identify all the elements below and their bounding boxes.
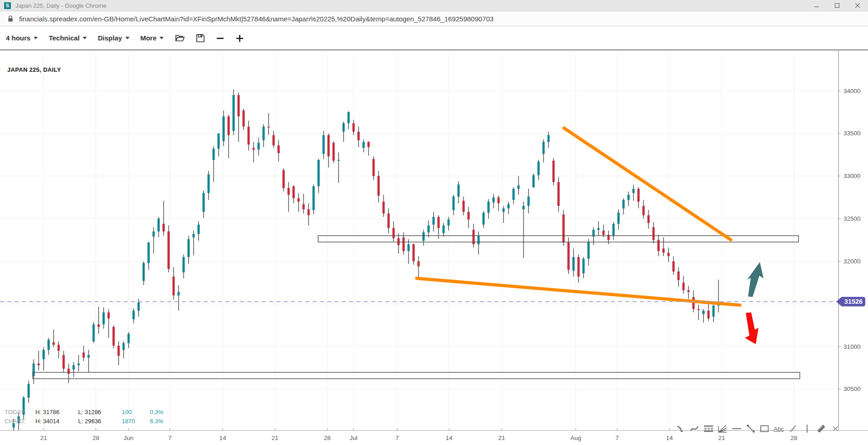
window-titlebar: S Japan 225, Daily - Google Chrome xyxy=(0,0,868,11)
maximize-icon xyxy=(835,3,840,8)
close-button[interactable] xyxy=(848,0,868,11)
trend-line-icon xyxy=(746,424,755,434)
svg-text:7: 7 xyxy=(615,435,619,441)
technical-label: Technical xyxy=(49,34,80,42)
svg-text:28: 28 xyxy=(324,435,330,441)
grid-tool[interactable] xyxy=(703,424,713,434)
ruler-icon xyxy=(816,424,826,434)
save-floppy-icon xyxy=(196,34,205,42)
chart-range: 1870 xyxy=(122,417,150,426)
svg-text:21: 21 xyxy=(40,435,47,441)
chart-label: CHART: xyxy=(5,417,35,426)
today-change-pct: 0.3% xyxy=(150,408,164,417)
today-stats-row: TODAY:H: 31786L: 312861000.3% xyxy=(5,408,164,417)
today-low: L: 31286 xyxy=(78,408,122,417)
svg-text:7: 7 xyxy=(395,435,399,441)
chart-high: H: 34014 xyxy=(35,417,78,426)
minimize-icon xyxy=(814,3,819,8)
vertical-line-tool[interactable] xyxy=(802,424,812,434)
svg-text:33500: 33500 xyxy=(843,130,861,137)
svg-text:21: 21 xyxy=(271,435,278,441)
support-zone[interactable] xyxy=(33,372,800,379)
today-change: 100 xyxy=(122,408,150,417)
price-stats: TODAY:H: 31786L: 312861000.3% CHART:H: 3… xyxy=(5,408,164,426)
ohlc-bars-layer xyxy=(13,89,720,435)
svg-text:31000: 31000 xyxy=(843,343,861,350)
svg-text:Aug: Aug xyxy=(570,435,581,441)
rectangle-icon xyxy=(760,424,769,433)
drawing-toolbar: Abc xyxy=(675,424,840,434)
grid-icon xyxy=(703,424,713,433)
minus-icon xyxy=(216,34,224,42)
window-title: Japan 225, Daily - Google Chrome xyxy=(15,2,106,9)
maximize-button[interactable] xyxy=(827,0,848,11)
pointer-tool[interactable] xyxy=(675,424,685,434)
minimize-button[interactable] xyxy=(807,0,827,11)
svg-text:33000: 33000 xyxy=(843,173,861,179)
horizontal-line-tool[interactable] xyxy=(732,424,741,434)
chart-range-pct: 6.3% xyxy=(150,417,164,426)
price-chart[interactable]: 2128Jun7142128Jul71421Aug714212834000335… xyxy=(0,0,868,445)
close-icon xyxy=(855,3,860,8)
today-high: H: 31786 xyxy=(35,408,78,417)
curve-icon xyxy=(690,424,699,433)
rectangle-tool[interactable] xyxy=(760,424,769,434)
svg-text:28: 28 xyxy=(790,435,797,441)
close-x-icon xyxy=(831,425,839,433)
text-tool-label: Abc xyxy=(773,425,783,432)
chevron-down-icon xyxy=(34,37,38,40)
save-chart-button[interactable] xyxy=(196,34,205,42)
chart-toolbar: 4 hours Technical Display More xyxy=(0,26,868,50)
svg-text:14: 14 xyxy=(666,435,673,441)
svg-text:28: 28 xyxy=(92,435,99,441)
svg-text:21: 21 xyxy=(718,435,725,441)
chevron-down-icon xyxy=(160,37,164,40)
technical-dropdown[interactable]: Technical xyxy=(49,34,87,42)
browser-window: 2128Jun7142128Jul71421Aug714212834000335… xyxy=(0,0,868,445)
gridlines xyxy=(0,50,838,430)
timeframe-dropdown[interactable]: 4 hours xyxy=(6,34,38,42)
fan-lines-tool[interactable] xyxy=(718,424,727,434)
more-label: More xyxy=(140,34,157,42)
chart-stats-row: CHART:H: 34014L: 2963618706.3% xyxy=(5,417,164,426)
timeframe-label: 4 hours xyxy=(6,34,30,42)
svg-text:14: 14 xyxy=(445,435,453,441)
svg-text:Jul: Jul xyxy=(349,435,357,441)
down-scenario-arrow[interactable] xyxy=(745,312,758,344)
svg-text:21: 21 xyxy=(498,435,505,441)
chart-title: JAPAN 225, DAILY xyxy=(7,66,61,73)
open-chart-button[interactable] xyxy=(175,34,185,42)
chevron-down-icon xyxy=(125,37,130,40)
display-label: Display xyxy=(98,34,122,42)
today-label: TODAY: xyxy=(5,408,35,417)
plus-icon xyxy=(236,34,244,42)
zoom-out-button[interactable] xyxy=(216,34,224,42)
spreadex-app-icon: S xyxy=(4,2,11,9)
svg-text:32500: 32500 xyxy=(843,215,861,222)
trend-line-tool[interactable] xyxy=(746,424,755,434)
up-scenario-arrow[interactable] xyxy=(747,262,763,297)
diagonal-line-icon xyxy=(788,424,798,433)
address-bar: financials.spreadex.com/en-GB/Home/LiveC… xyxy=(0,11,868,26)
more-dropdown[interactable]: More xyxy=(140,34,164,42)
plot-area[interactable] xyxy=(0,89,838,435)
zoom-in-button[interactable] xyxy=(236,34,244,42)
delete-drawing-tool[interactable] xyxy=(830,424,840,434)
pointer-arrow-icon xyxy=(676,424,685,433)
open-folder-icon xyxy=(175,34,185,42)
fan-lines-icon xyxy=(718,424,727,433)
lock-icon[interactable] xyxy=(7,15,14,22)
current-price-badge: 31526 xyxy=(836,297,865,307)
display-dropdown[interactable]: Display xyxy=(98,34,129,42)
curve-tool[interactable] xyxy=(689,424,699,434)
svg-text:7: 7 xyxy=(168,435,172,441)
svg-text:Jun: Jun xyxy=(124,435,134,441)
vertical-line-icon xyxy=(803,424,812,434)
url-text[interactable]: financials.spreadex.com/en-GB/Home/LiveC… xyxy=(19,15,494,23)
horizontal-line-icon xyxy=(732,424,741,433)
diagonal-line-tool[interactable] xyxy=(788,424,798,434)
svg-text:14: 14 xyxy=(219,435,226,441)
upper-falling-trendline[interactable] xyxy=(564,128,731,240)
text-tool[interactable]: Abc xyxy=(774,424,783,434)
ruler-tool[interactable] xyxy=(816,424,826,434)
